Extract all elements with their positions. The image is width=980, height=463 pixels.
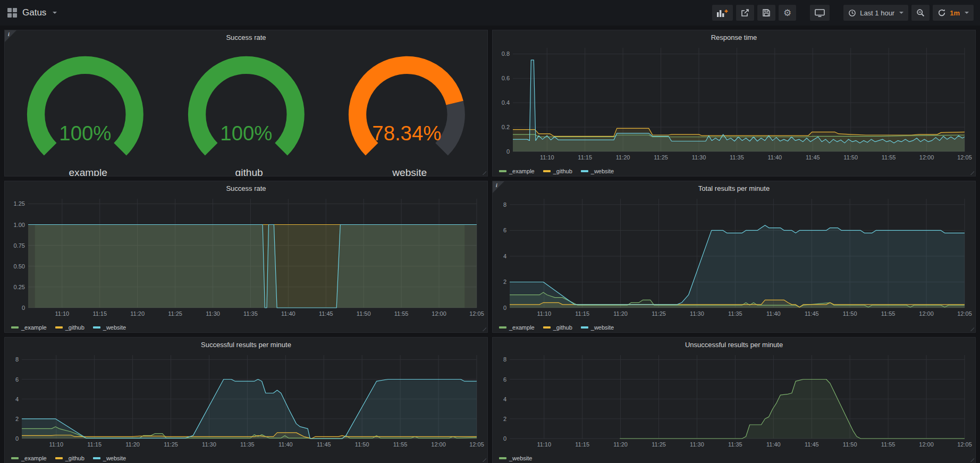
zoom-out-button[interactable] [911, 5, 930, 21]
legend-swatch [11, 457, 19, 459]
series-line-_website [513, 60, 965, 143]
legend: _example_github_website [5, 451, 487, 463]
legend-swatch [11, 326, 19, 329]
add-panel-button[interactable] [712, 5, 733, 21]
panel-title[interactable]: Unsuccessful results per minute [493, 338, 975, 352]
x-tick-label: 12:00 [432, 310, 446, 317]
x-tick-label: 11:50 [843, 154, 858, 161]
save-button[interactable] [757, 5, 775, 21]
settings-gear-icon: ⚙ [783, 9, 791, 18]
resize-handle[interactable] [969, 170, 974, 175]
x-tick-label: 11:45 [319, 310, 333, 317]
legend-item-_website[interactable]: _website [93, 455, 126, 461]
resize-handle[interactable] [969, 457, 974, 462]
share-button[interactable] [736, 5, 754, 21]
x-tick-label: 11:15 [578, 154, 592, 161]
x-tick-label: 11:20 [613, 310, 628, 317]
chart-area[interactable]: 11:1011:1511:2011:2511:3011:3511:4011:45… [495, 352, 973, 451]
chart-canvas: 11:1011:1511:2011:2511:3011:3511:4011:45… [495, 352, 973, 449]
y-tick-label: 1.25 [14, 200, 25, 207]
x-tick-label: 11:30 [692, 154, 706, 161]
panel-title[interactable]: Response time [493, 30, 975, 45]
y-tick-label: 0 [503, 305, 506, 311]
y-tick-label: 4 [15, 396, 19, 402]
legend-item-_github[interactable]: _github [55, 455, 85, 461]
panel-title[interactable]: Success rate [5, 30, 487, 45]
y-tick-label: 8 [15, 356, 19, 363]
x-tick-label: 11:45 [805, 441, 819, 448]
x-tick-label: 11:50 [357, 310, 371, 317]
dashboard-header: Gatus [7, 7, 57, 18]
dashboard-title[interactable]: Gatus [22, 7, 46, 18]
chart-area[interactable]: 11:1011:1511:2011:2511:3011:3511:4011:45… [7, 352, 485, 451]
refresh-button[interactable]: 1m [933, 5, 974, 21]
gauge-value: 78.34% [373, 122, 442, 145]
legend-label: _github [65, 455, 85, 461]
x-tick-label: 12:00 [919, 154, 934, 161]
panel-title[interactable]: Total results per minute [493, 181, 975, 196]
legend-item-_example[interactable]: _example [11, 455, 47, 461]
legend-item-_website[interactable]: _website [581, 324, 614, 331]
chart-area[interactable]: 11:1011:1511:2011:2511:3011:3511:4011:45… [495, 45, 973, 164]
legend-swatch [55, 457, 63, 459]
y-tick-label: 2 [503, 416, 506, 422]
y-tick-label: 6 [503, 227, 506, 233]
legend-item-_github[interactable]: _github [55, 324, 85, 331]
legend-item-_example[interactable]: _example [11, 324, 47, 331]
grid-menu-icon[interactable] [7, 8, 17, 18]
info-icon: i [8, 31, 10, 37]
legend-item-_github[interactable]: _github [543, 168, 572, 174]
zoom-out-icon [916, 9, 925, 17]
settings-button[interactable]: ⚙ [779, 5, 796, 21]
y-tick-label: 0.4 [502, 99, 510, 106]
panel-title[interactable]: Success rate [5, 181, 487, 196]
y-tick-label: 8 [503, 356, 506, 363]
x-tick-label: 11:30 [690, 310, 704, 317]
y-tick-label: 4 [503, 396, 506, 402]
panel-title[interactable]: Successful results per minute [5, 338, 487, 352]
legend-item-_example[interactable]: _example [499, 324, 535, 331]
x-tick-label: 11:10 [49, 441, 63, 448]
chevron-down-icon[interactable] [53, 12, 57, 14]
y-tick-label: 6 [15, 376, 19, 383]
legend-item-_website[interactable]: _website [93, 324, 126, 331]
gauge-arc: 100%_example [5, 45, 166, 176]
legend-swatch [499, 457, 506, 459]
panel-successful-results: Successful results per minute11:1011:151… [4, 337, 488, 463]
x-tick-label: 11:25 [164, 441, 178, 448]
legend-item-_website[interactable]: _website [499, 455, 532, 461]
x-tick-label: 11:30 [690, 441, 704, 448]
cycle-view-button[interactable] [810, 5, 830, 21]
time-range-picker[interactable]: Last 1 hour [843, 5, 908, 21]
x-tick-label: 11:50 [843, 310, 857, 317]
panel-success-rate: Success rate11:1011:1511:2011:2511:3011:… [4, 181, 488, 333]
y-tick-label: 0.50 [14, 263, 25, 270]
add-panel-icon [717, 9, 728, 17]
y-tick-label: 1.00 [14, 222, 25, 228]
x-tick-label: 12:00 [919, 441, 934, 448]
gauge-arc: 78.34%_website [326, 45, 487, 176]
legend-label: _github [65, 324, 85, 331]
resize-handle[interactable] [969, 326, 974, 331]
gauge-value: 100% [220, 122, 272, 145]
clock-icon [848, 9, 856, 17]
chart-area[interactable]: 11:1011:1511:2011:2511:3011:3511:4011:45… [7, 196, 485, 321]
x-tick-label: 11:30 [206, 310, 220, 317]
legend-item-_github[interactable]: _github [543, 324, 572, 331]
x-tick-label: 11:35 [730, 154, 744, 161]
chart-canvas: 11:1011:1511:2011:2511:3011:3511:4011:45… [495, 45, 973, 162]
x-tick-label: 11:10 [537, 310, 551, 317]
resize-handle[interactable] [481, 170, 486, 175]
chart-area[interactable]: 11:1011:1511:2011:2511:3011:3511:4011:45… [495, 196, 973, 321]
legend-item-_example[interactable]: _example [499, 168, 535, 174]
refresh-icon [937, 9, 946, 17]
x-tick-label: 11:55 [881, 441, 895, 448]
panel-info-corner[interactable] [493, 181, 504, 193]
toolbar: ⚙ Last 1 hour [712, 5, 974, 21]
resize-handle[interactable] [481, 457, 486, 462]
save-icon [762, 9, 771, 17]
resize-handle[interactable] [481, 326, 486, 331]
legend-item-_website[interactable]: _website [581, 168, 614, 174]
panel-info-corner[interactable] [5, 30, 16, 42]
legend: _example_github_website [493, 164, 975, 176]
